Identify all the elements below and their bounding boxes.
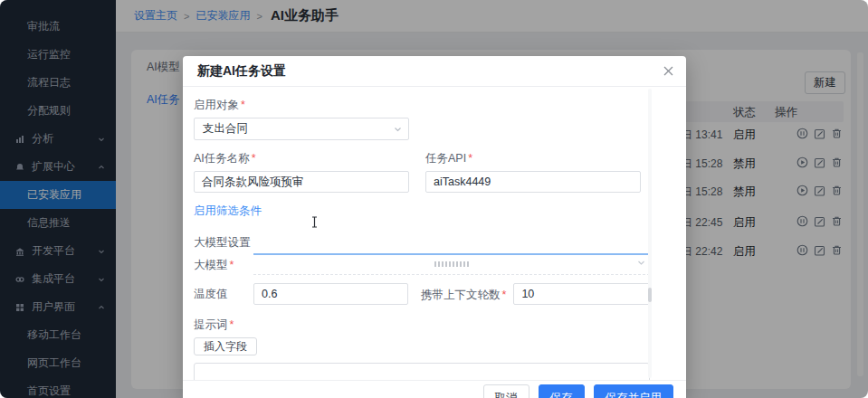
model-select-box[interactable] (253, 253, 650, 270)
required-mark: * (468, 152, 472, 165)
model-select[interactable] (253, 253, 650, 275)
enable-target-select[interactable]: 支出合同 (194, 118, 409, 140)
new-ai-task-modal: 新建AI任务设置 启用对象* 支出合同 AI任务名称* 任务API* (183, 56, 686, 398)
save-button[interactable]: 保存 (539, 384, 585, 398)
model-label: 大模型* (194, 253, 253, 273)
modal-scrollbar-track (648, 89, 652, 378)
modal-footer: 取消 保存 保存并启用 (183, 380, 686, 398)
prompt-label: 提示词* (194, 316, 650, 333)
model-section-label: 大模型设置 (194, 235, 650, 251)
enable-target-label: 启用对象 (194, 99, 239, 111)
required-mark: * (502, 289, 507, 301)
modal-scrollbar-thumb[interactable] (648, 288, 652, 302)
required-mark: * (230, 318, 234, 331)
modal-body: 启用对象* 支出合同 AI任务名称* 任务API* 启用筛选条件 大模型设置 (183, 87, 686, 398)
task-name-label: AI任务名称 (194, 152, 250, 165)
temperature-input[interactable] (253, 283, 408, 305)
cancel-button[interactable]: 取消 (483, 384, 529, 398)
save-and-enable-button[interactable]: 保存并启用 (594, 384, 674, 398)
modal-header: 新建AI任务设置 (183, 56, 686, 87)
context-rounds-label: 携带上下文轮数* (421, 286, 506, 303)
context-rounds-input[interactable] (513, 283, 650, 305)
dropdown-panel-edge (253, 274, 650, 275)
model-select-ghost-text (434, 261, 469, 267)
close-icon[interactable] (663, 65, 674, 77)
task-name-input[interactable] (194, 171, 409, 193)
app-window: 审批流 运行监控 流程日志 分配规则 分析 扩展中心 已安装应用 信息推送 开发… (0, 0, 868, 398)
chevron-down-icon (394, 125, 402, 133)
required-mark: * (252, 152, 256, 165)
enable-target-value: 支出合同 (203, 121, 248, 137)
task-api-input[interactable] (425, 171, 641, 193)
enable-filter-link[interactable]: 启用筛选条件 (194, 204, 262, 219)
temperature-label: 温度值 (194, 287, 253, 302)
chevron-down-icon (637, 259, 645, 267)
task-api-label: 任务API (425, 152, 466, 165)
insert-field-button[interactable]: 插入字段 (194, 337, 257, 355)
text-cursor (310, 215, 319, 232)
required-mark: * (230, 259, 234, 271)
required-mark: * (241, 99, 245, 111)
modal-title: 新建AI任务设置 (197, 63, 286, 80)
